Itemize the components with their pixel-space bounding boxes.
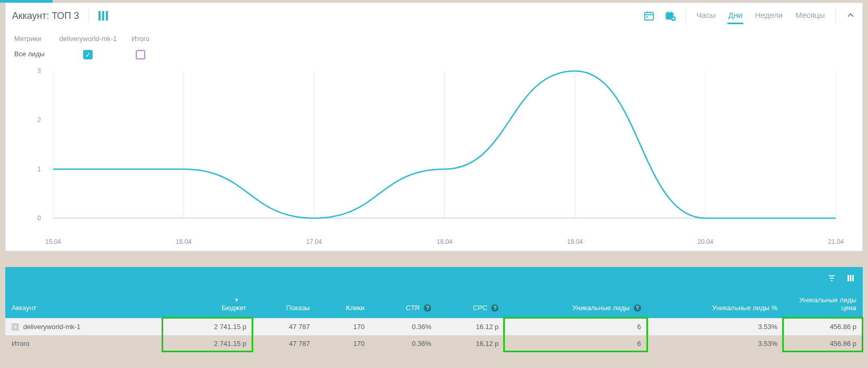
col-cpc-label: CPC <box>473 304 487 312</box>
chart-card-header: Аккаунт: ТОП 3 <box>6 3 862 24</box>
col-budget[interactable]: ▼ Бюджет <box>163 291 253 319</box>
x-tick-label: 18.04 <box>436 238 452 246</box>
collapse-icon[interactable] <box>845 10 856 22</box>
tab-hours[interactable]: Часы <box>695 7 717 24</box>
calendar-plus-icon[interactable] <box>664 10 676 22</box>
pause-icon[interactable] <box>98 11 108 21</box>
col-uniq-leads-label: Уникальные лиды <box>572 304 630 312</box>
columns-icon[interactable] <box>846 273 855 284</box>
metrics-legend: Метрики Все лиды deliveryworld-mk-1 ✓ Ит… <box>6 24 862 63</box>
divider <box>685 9 686 23</box>
cell-impressions: 47 787 <box>253 319 316 335</box>
help-icon[interactable]: ? <box>491 304 498 312</box>
total-label: Итого <box>132 35 149 43</box>
table-row: +deliveryworld-mk-12 741.15 р47 7871700.… <box>5 319 863 335</box>
col-uniq-leads-pct-label: Уникальные лиды % <box>712 304 777 312</box>
cell-ctr: 0.36% <box>371 335 438 352</box>
table-card: Аккаунт ▼ Бюджет Показы Клики CTR ? CPC … <box>5 267 863 352</box>
x-tick-label: 15.04 <box>45 238 61 246</box>
cell-ctr: 0.36% <box>371 319 438 335</box>
col-account-label: Аккаунт <box>12 304 36 312</box>
tab-months[interactable]: Месяцы <box>794 7 826 24</box>
svg-rect-22 <box>847 275 849 281</box>
col-uniq-leads-price-label: Уникальные лиды цена <box>790 296 856 312</box>
divider <box>835 9 836 23</box>
series1-label: deliveryworld-mk-1 <box>59 35 117 43</box>
total-checkbox[interactable] <box>136 50 145 59</box>
col-uniq-leads-price[interactable]: Уникальные лиды цена <box>784 291 863 319</box>
cell-cpc: 16.12 р <box>437 319 505 335</box>
svg-rect-4 <box>646 16 647 18</box>
divider <box>88 9 89 23</box>
cell-text: Итого <box>12 340 29 347</box>
account-name: ТОП 3 <box>52 11 79 21</box>
help-icon[interactable]: ? <box>424 304 431 312</box>
cell-account: Итого <box>5 335 163 352</box>
x-tick-label: 20.04 <box>697 238 713 246</box>
y-tick-label: 3 <box>37 67 41 75</box>
col-account[interactable]: Аккаунт <box>5 291 163 319</box>
checkmark-icon: ✓ <box>85 51 91 59</box>
y-tick-label: 2 <box>37 116 41 124</box>
help-icon[interactable]: ? <box>634 304 641 312</box>
svg-rect-0 <box>645 13 654 21</box>
col-impressions-label: Показы <box>286 304 310 312</box>
all-leads-label: Все лиды <box>14 50 45 58</box>
cell-cpc: 16.12 р <box>437 335 505 352</box>
col-budget-label: Бюджет <box>222 304 246 312</box>
cell-clicks: 170 <box>316 319 371 335</box>
x-tick-label: 17.04 <box>306 238 322 246</box>
col-ctr[interactable]: CTR ? <box>371 291 438 319</box>
series1-checkbox[interactable]: ✓ <box>83 50 93 59</box>
col-impressions[interactable]: Показы <box>253 291 316 319</box>
filter-icon[interactable] <box>827 273 836 284</box>
period-tabs: Часы Дни Недели Месяцы <box>695 7 826 24</box>
cell-clicks: 170 <box>316 335 371 352</box>
table-toolbar <box>5 267 863 291</box>
col-uniq-leads[interactable]: Уникальные лиды ? <box>505 291 647 319</box>
cell-budget: 2 741.15 р <box>163 335 253 352</box>
tab-weeks[interactable]: Недели <box>754 7 784 24</box>
x-tick-label: 19.04 <box>567 238 583 246</box>
svg-rect-23 <box>850 275 852 281</box>
table-header-row: Аккаунт ▼ Бюджет Показы Клики CTR ? CPC … <box>5 291 863 319</box>
col-cpc[interactable]: CPC ? <box>437 291 505 319</box>
y-tick-label: 0 <box>37 214 41 222</box>
x-tick-label: 21.04 <box>828 238 844 246</box>
calendar-icon[interactable] <box>643 10 655 22</box>
cell-text: deliveryworld-mk-1 <box>23 323 81 331</box>
col-clicks[interactable]: Клики <box>316 291 371 319</box>
y-tick-label: 1 <box>37 166 41 173</box>
table-total-row: Итого2 741.15 р47 7871700.36%16.12 р63.5… <box>5 335 863 352</box>
tab-days[interactable]: Дни <box>727 7 744 24</box>
col-clicks-label: Клики <box>346 304 364 312</box>
cell-uniq_leads_price: 456.86 р <box>784 335 863 352</box>
cell-uniq_leads: 6 <box>505 319 647 335</box>
chart-card: Аккаунт: ТОП 3 <box>5 3 863 251</box>
cell-account: +deliveryworld-mk-1 <box>5 319 163 335</box>
expand-icon[interactable]: + <box>12 323 19 331</box>
sort-desc-icon: ▼ <box>234 298 239 303</box>
col-ctr-label: CTR <box>406 304 420 312</box>
cell-impressions: 47 787 <box>253 335 316 352</box>
x-tick-label: 16.04 <box>176 238 192 246</box>
col-uniq-leads-pct[interactable]: Уникальные лиды % <box>647 291 784 319</box>
account-prefix: Аккаунт: <box>12 11 49 21</box>
metrics-label: Метрики <box>14 35 45 43</box>
svg-rect-24 <box>852 275 854 281</box>
cell-uniq_leads_pct: 3.53% <box>647 335 784 352</box>
data-table: Аккаунт ▼ Бюджет Показы Клики CTR ? CPC … <box>5 291 863 352</box>
chart-area: 012315.0416.0417.0418.0419.0420.0421.04 <box>22 67 846 235</box>
cell-uniq_leads_price: 456.86 р <box>784 319 863 335</box>
cell-uniq_leads: 6 <box>505 335 647 352</box>
cell-uniq_leads_pct: 3.53% <box>647 319 784 335</box>
account-title: Аккаунт: ТОП 3 <box>12 11 79 22</box>
cell-budget: 2 741.15 р <box>163 319 253 335</box>
